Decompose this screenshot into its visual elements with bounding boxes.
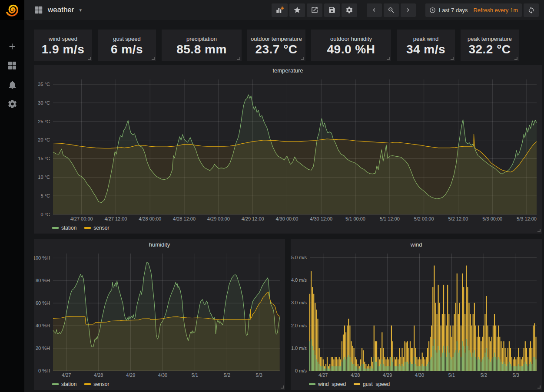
legend-swatch	[309, 383, 315, 385]
bottom-panels-row: humidity 4/274/284/294/305/15/25/30 %H20…	[34, 239, 542, 390]
stat-panels-row: wind speed 1.9 m/s gust speed 6 m/s prec…	[34, 30, 542, 61]
legend-item-gust_speed[interactable]: gust_speed	[354, 381, 390, 387]
svg-text:5 °C: 5 °C	[40, 193, 50, 198]
grafana-logo-icon	[5, 3, 20, 17]
humidity-chart[interactable]: 4/274/284/294/305/15/25/30 %H20 %H40 %H6…	[34, 250, 285, 379]
svg-text:5/1 12:00: 5/1 12:00	[380, 216, 400, 221]
stat-title[interactable]: outdoor temperature	[251, 36, 302, 42]
save-icon	[328, 6, 336, 14]
svg-text:5/2 00:00: 5/2 00:00	[414, 216, 434, 221]
resize-handle[interactable]	[301, 57, 304, 60]
dashboards-grid-icon	[7, 60, 17, 71]
wind-chart[interactable]: 4/274/284/294/305/15/25/30 m/s1.0 m/s2.0…	[291, 250, 542, 379]
grafana-logo[interactable]	[0, 0, 24, 20]
svg-text:20 °C: 20 °C	[38, 137, 50, 142]
stat-panel-peak-temperature: peak temperature 32.2 °C	[461, 30, 519, 61]
stat-title[interactable]: peak wind	[413, 36, 439, 42]
stat-title[interactable]: gust speed	[113, 36, 141, 42]
sidebar-item-dashboards[interactable]	[7, 60, 18, 71]
svg-text:4/27: 4/27	[62, 372, 71, 378]
star-dashboard-button[interactable]	[289, 3, 305, 17]
refresh-icon	[527, 7, 535, 14]
legend-label: station	[61, 225, 76, 231]
legend-item-station[interactable]: station	[52, 381, 76, 387]
svg-text:5/2: 5/2	[224, 372, 230, 378]
legend-item-station[interactable]: station	[52, 225, 76, 231]
time-range-back-button[interactable]	[367, 3, 382, 17]
svg-text:5/3 00:00: 5/3 00:00	[482, 216, 502, 221]
dashboard-canvas: wind speed 1.9 m/s gust speed 6 m/s prec…	[24, 20, 544, 392]
panel-title[interactable]: temperature	[34, 65, 542, 76]
sidebar-item-add[interactable]	[7, 41, 18, 52]
svg-text:4/28: 4/28	[94, 372, 103, 378]
stat-value: 32.2 °C	[468, 43, 511, 56]
zoom-out-icon	[388, 7, 395, 14]
legend-item-wind_speed[interactable]: wind_speed	[309, 381, 346, 387]
legend-label: station	[61, 381, 76, 387]
legend-item-sensor[interactable]: sensor	[84, 225, 109, 231]
resize-handle[interactable]	[451, 57, 454, 60]
svg-text:5/3 12:00: 5/3 12:00	[517, 216, 537, 221]
dashboard-picker[interactable]: weather ▾	[34, 5, 82, 15]
main-area: weather ▾	[24, 0, 544, 392]
stat-title[interactable]: precipitation	[186, 36, 217, 42]
svg-text:5/1: 5/1	[192, 372, 198, 378]
time-range-label: Last 7 days	[439, 7, 468, 13]
legend-item-sensor[interactable]: sensor	[84, 381, 109, 387]
resize-handle[interactable]	[152, 57, 155, 60]
stat-title[interactable]: outdoor humidity	[330, 36, 372, 42]
legend-label: sensor	[93, 381, 109, 387]
svg-text:4/28 12:00: 4/28 12:00	[173, 216, 196, 221]
dashboard-grid-icon	[34, 5, 43, 15]
svg-text:4/30: 4/30	[158, 372, 167, 378]
save-dashboard-button[interactable]	[324, 3, 340, 17]
resize-handle[interactable]	[88, 57, 91, 60]
stat-title[interactable]: peak temperature	[468, 36, 512, 42]
svg-text:5/2 12:00: 5/2 12:00	[448, 216, 468, 221]
svg-text:30 °C: 30 °C	[38, 100, 50, 105]
legend-swatch	[52, 227, 59, 229]
resize-handle[interactable]	[537, 385, 541, 389]
stat-value: 34 m/s	[406, 43, 445, 56]
panel-title[interactable]: wind	[291, 239, 542, 250]
sidebar-item-alerting[interactable]	[7, 79, 18, 90]
add-panel-button[interactable]	[272, 3, 288, 17]
refresh-dashboard-button[interactable]	[524, 3, 539, 17]
svg-text:25 °C: 25 °C	[38, 119, 50, 124]
chevron-right-icon	[405, 7, 411, 13]
sidebar-item-configuration[interactable]	[7, 98, 18, 109]
legend-swatch	[354, 383, 360, 385]
svg-text:40 %H: 40 %H	[36, 323, 50, 328]
stat-value: 1.9 m/s	[42, 43, 84, 56]
time-picker-button[interactable]: Last 7 days Refresh every 1m	[425, 3, 522, 17]
share-icon	[311, 6, 318, 14]
sidebar	[0, 0, 24, 392]
svg-text:80 %H: 80 %H	[36, 278, 50, 283]
dashboard-settings-button[interactable]	[342, 3, 357, 17]
stat-panel-wind-speed: wind speed 1.9 m/s	[34, 30, 92, 61]
time-range-forward-button[interactable]	[401, 3, 416, 17]
temperature-chart[interactable]: 4/27 00:004/27 12:004/28 00:004/28 12:00…	[34, 76, 542, 222]
share-dashboard-button[interactable]	[307, 3, 322, 17]
resize-handle[interactable]	[514, 57, 517, 60]
svg-text:4/27: 4/27	[318, 372, 328, 378]
svg-text:4/28 00:00: 4/28 00:00	[139, 216, 161, 221]
zoom-out-button[interactable]	[384, 3, 399, 17]
resize-handle[interactable]	[537, 229, 541, 232]
bell-icon	[7, 80, 17, 90]
svg-text:4/30 12:00: 4/30 12:00	[310, 216, 332, 221]
legend-swatch	[84, 227, 91, 229]
chart-legend: stationsensor	[34, 379, 285, 390]
stat-title[interactable]: wind speed	[49, 36, 77, 42]
legend-swatch	[84, 383, 91, 385]
resize-handle[interactable]	[281, 385, 284, 389]
svg-text:2.0 m/s: 2.0 m/s	[291, 323, 307, 328]
svg-text:35 °C: 35 °C	[38, 82, 50, 87]
svg-text:4/29 12:00: 4/29 12:00	[242, 216, 264, 221]
chart-legend: stationsensor	[34, 222, 542, 234]
panel-title[interactable]: humidity	[34, 239, 285, 250]
resize-handle[interactable]	[237, 57, 240, 60]
stat-panel-outdoor-temperature: outdoor temperature 23.7 °C	[247, 30, 305, 61]
stat-value: 23.7 °C	[255, 43, 297, 56]
resize-handle[interactable]	[387, 57, 390, 60]
